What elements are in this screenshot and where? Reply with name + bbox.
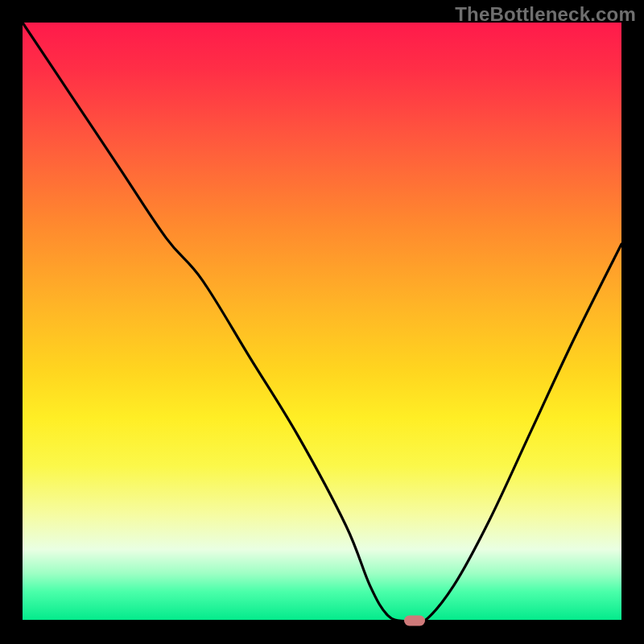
plot-area xyxy=(23,23,621,621)
bottleneck-marker xyxy=(404,616,425,626)
chart-frame: TheBottleneck.com xyxy=(0,0,644,644)
x-axis-baseline xyxy=(23,620,621,621)
bottleneck-curve xyxy=(23,23,621,621)
